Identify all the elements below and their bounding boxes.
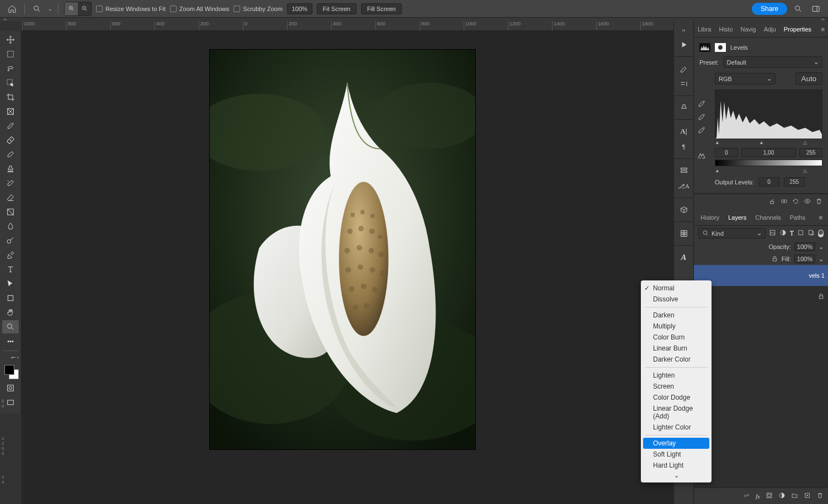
panel-menu-icon[interactable]: ≡ xyxy=(821,26,828,33)
horizontal-ruler[interactable]: 1000800600400200020040060080010001200140… xyxy=(22,21,693,31)
zoom-all-checkbox[interactable]: Zoom All Windows xyxy=(170,6,229,12)
output-high-input[interactable] xyxy=(784,177,805,187)
eyedropper-tool[interactable] xyxy=(2,119,19,132)
output-gradient[interactable] xyxy=(715,160,822,166)
blend-mode-item[interactable]: Normal xyxy=(641,283,712,294)
character-panel-icon[interactable]: A| xyxy=(677,125,691,137)
filter-shape-icon[interactable] xyxy=(797,229,804,237)
filter-toggle-icon[interactable] xyxy=(818,230,824,237)
output-sliders[interactable]: ▲△ xyxy=(715,167,807,174)
collapse-left-icon[interactable]: ›› xyxy=(3,17,7,22)
share-button[interactable]: Share xyxy=(752,3,787,15)
marquee-tool[interactable] xyxy=(2,47,19,61)
pen-tool[interactable] xyxy=(2,248,19,262)
output-low-input[interactable] xyxy=(758,177,779,187)
search-icon[interactable] xyxy=(792,2,805,15)
foreground-color-swatch[interactable] xyxy=(4,365,14,375)
blend-mode-item[interactable]: Darker Color xyxy=(641,354,712,365)
dodge-tool[interactable] xyxy=(2,234,19,247)
para-styles-icon[interactable]: ⎇A xyxy=(677,180,691,192)
shadow-input[interactable] xyxy=(715,148,738,157)
glyphs-panel-icon[interactable]: A xyxy=(677,251,691,263)
play-icon[interactable] xyxy=(677,39,691,51)
stamp-tool[interactable] xyxy=(2,162,19,176)
fx-icon[interactable]: fx xyxy=(756,493,760,500)
midtone-input[interactable] xyxy=(741,148,796,157)
history-brush-tool[interactable] xyxy=(2,177,19,190)
delete-adjustment-icon[interactable] xyxy=(815,198,822,206)
reset-icon[interactable] xyxy=(792,198,799,206)
blend-mode-item[interactable]: Lighter Color xyxy=(641,422,712,433)
shape-tool[interactable] xyxy=(2,291,19,305)
char-styles-icon[interactable] xyxy=(677,165,691,177)
filter-smart-icon[interactable] xyxy=(808,229,815,237)
delete-layer-icon[interactable] xyxy=(816,492,824,500)
swap-colors-icon[interactable]: ⤺ ▫ xyxy=(2,354,19,360)
opacity-chevron-icon[interactable]: ⌄ xyxy=(819,243,824,251)
view-previous-icon[interactable] xyxy=(781,198,788,206)
brush-tool[interactable] xyxy=(2,148,19,161)
fit-screen-button[interactable]: Fit Screen xyxy=(317,3,357,14)
scrubby-zoom-checkbox[interactable]: Scrubby Zoom xyxy=(233,6,283,12)
object-select-tool[interactable] xyxy=(2,76,19,89)
document-image[interactable] xyxy=(209,49,476,450)
new-layer-icon[interactable] xyxy=(804,492,811,500)
tab-properties[interactable]: Properties xyxy=(780,21,815,37)
zoom-tool[interactable] xyxy=(2,320,19,333)
group-icon[interactable] xyxy=(791,492,798,500)
channel-select[interactable]: RGB⌄ xyxy=(715,73,776,84)
eyedropper-white-icon[interactable] xyxy=(697,126,706,136)
clip-to-layer-icon[interactable] xyxy=(769,198,776,206)
crop-tool[interactable] xyxy=(2,91,19,104)
quickmask-icon[interactable] xyxy=(2,381,19,395)
filter-type-icon[interactable]: T xyxy=(790,230,794,237)
adjustment-layer-icon[interactable] xyxy=(778,492,785,500)
clone-source-icon[interactable] xyxy=(677,102,691,114)
strip-collapse-icon[interactable]: ‹‹ xyxy=(682,28,686,33)
workspace-icon[interactable] xyxy=(809,2,822,15)
blur-tool[interactable] xyxy=(2,220,19,233)
zoom-percentage-field[interactable]: 100% xyxy=(287,3,312,14)
link-layers-icon[interactable] xyxy=(743,492,750,500)
tab-layers[interactable]: Layers xyxy=(724,214,751,221)
blend-mode-dropdown[interactable]: NormalDissolveDarkenMultiplyColor BurnLi… xyxy=(641,280,712,482)
brush-settings-icon[interactable] xyxy=(677,78,691,90)
path-select-tool[interactable] xyxy=(2,277,19,290)
blend-mode-item[interactable]: Dissolve xyxy=(641,294,712,305)
type-tool[interactable] xyxy=(2,263,19,276)
layers-menu-icon[interactable]: ≡ xyxy=(819,214,826,221)
blend-mode-item[interactable]: Color Burn xyxy=(641,332,712,343)
grid-panel-icon[interactable] xyxy=(677,227,691,240)
blend-mode-item[interactable]: Screen xyxy=(641,381,712,392)
tab-channels[interactable]: Channels xyxy=(751,214,785,221)
blend-mode-item[interactable]: Lighten xyxy=(641,370,712,381)
hand-tool[interactable] xyxy=(2,306,19,319)
eyedropper-gray-icon[interactable] xyxy=(697,113,706,123)
layer-row-levels[interactable]: vels 1 xyxy=(694,265,828,286)
blend-mode-item[interactable]: Linear Dodge (Add) xyxy=(641,403,712,422)
layers-list[interactable]: vels 1 xyxy=(694,265,828,487)
more-tools-icon[interactable]: ••• xyxy=(2,335,19,348)
paragraph-panel-icon[interactable]: ¶ xyxy=(677,141,691,153)
zoom-out-icon[interactable] xyxy=(78,2,91,15)
tab-paths[interactable]: Paths xyxy=(785,214,810,221)
tab-libraries[interactable]: Libra xyxy=(694,21,715,37)
mask-icon[interactable] xyxy=(766,492,773,500)
tab-histogram[interactable]: Histo xyxy=(715,21,736,37)
blend-mode-item[interactable]: Color Dodge xyxy=(641,392,712,403)
lock-icon[interactable] xyxy=(771,255,778,263)
fill-value[interactable]: 100% xyxy=(794,254,815,263)
wb-icon[interactable] xyxy=(697,151,706,161)
tool-preset-chevron-icon[interactable]: ⌄ xyxy=(48,6,52,12)
blend-mode-item[interactable]: Darken xyxy=(641,310,712,321)
opacity-value[interactable]: 100% xyxy=(794,242,815,251)
lasso-tool[interactable] xyxy=(2,62,19,75)
more-chevron-icon[interactable]: ⌄ xyxy=(641,471,712,480)
resize-windows-checkbox[interactable]: Resize Windows to Fit xyxy=(96,6,166,12)
fill-chevron-icon[interactable]: ⌄ xyxy=(819,256,824,263)
blend-mode-item[interactable]: Linear Burn xyxy=(641,343,712,354)
preset-select[interactable]: Default⌄ xyxy=(723,56,822,68)
3d-panel-icon[interactable] xyxy=(677,204,691,216)
blend-mode-item[interactable]: Overlay xyxy=(643,438,709,449)
bg-lock-icon[interactable] xyxy=(818,293,825,301)
